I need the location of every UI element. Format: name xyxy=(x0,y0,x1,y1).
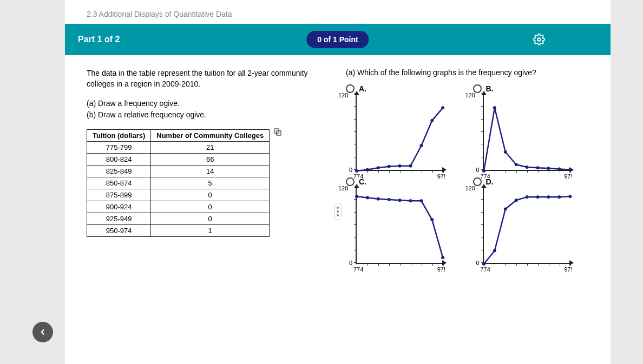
x-min-label: 774 xyxy=(353,266,363,273)
cell-range: 900-924 xyxy=(87,201,151,213)
y-min-label: 0 xyxy=(476,167,480,173)
mini-chart-d: 120077497! xyxy=(483,188,569,264)
cell-count: 0 xyxy=(151,189,270,201)
svg-point-26 xyxy=(409,199,412,202)
question-banner: Part 1 of 2 0 of 1 Point xyxy=(65,24,611,55)
svg-point-31 xyxy=(493,249,496,253)
svg-point-34 xyxy=(525,195,528,198)
section-title: 2.3 Additional Displays of Quantitative … xyxy=(65,0,611,24)
svg-point-27 xyxy=(419,199,423,202)
y-min-label: 0 xyxy=(349,167,352,173)
gear-icon[interactable] xyxy=(533,33,546,46)
svg-point-28 xyxy=(430,218,434,221)
table-row: 875-8990 xyxy=(87,189,270,201)
svg-point-24 xyxy=(388,198,391,201)
table-row: 925-9490 xyxy=(87,213,270,225)
cell-range: 825-849 xyxy=(87,166,151,177)
svg-point-37 xyxy=(557,195,561,198)
x-max-label: 97! xyxy=(437,266,445,273)
content: The data in the table represent the tuit… xyxy=(65,55,611,360)
subpart-b: (b) Draw a relative frequency ogive. xyxy=(87,109,330,121)
svg-point-14 xyxy=(503,150,507,154)
cell-count: 0 xyxy=(151,213,270,225)
y-min-label: 0 xyxy=(476,260,480,266)
table-row: 950-9741 xyxy=(87,225,270,237)
svg-point-8 xyxy=(409,164,412,168)
page: 2.3 Additional Displays of Quantitative … xyxy=(65,0,611,364)
table-row: 775-79921 xyxy=(87,142,270,154)
option-label: A. xyxy=(359,84,366,93)
svg-point-9 xyxy=(419,144,423,147)
x-max-label: 97! xyxy=(564,266,572,273)
cell-range: 925-949 xyxy=(87,213,151,225)
svg-point-25 xyxy=(398,198,402,202)
panel-drag-handle[interactable] xyxy=(334,203,342,220)
cell-range: 775-799 xyxy=(87,142,151,154)
svg-point-20 xyxy=(568,168,572,171)
y-min-label: 0 xyxy=(349,260,352,266)
cell-count: 66 xyxy=(151,154,270,166)
option-d: D.120077497! xyxy=(473,177,589,264)
y-max-label: 120 xyxy=(338,92,348,98)
mini-chart-c: 120077497! xyxy=(356,188,442,264)
option-b: B.120077497! xyxy=(473,84,589,171)
mini-chart-b: 120077497! xyxy=(483,95,569,171)
svg-point-13 xyxy=(493,106,496,109)
cell-count: 5 xyxy=(151,177,270,189)
y-max-label: 120 xyxy=(465,92,475,98)
option-label: D. xyxy=(486,177,494,186)
svg-point-18 xyxy=(547,167,550,170)
cell-range: 950-974 xyxy=(87,225,151,237)
cell-count: 0 xyxy=(151,201,270,213)
table-row: 825-84914 xyxy=(87,166,270,177)
question-text: (a) Which of the following graphs is the… xyxy=(346,68,589,77)
copy-icon[interactable] xyxy=(273,127,283,137)
subparts: (a) Draw a frequency ogive. (b) Draw a r… xyxy=(87,98,330,121)
col-header-tuition: Tuition (dollars) xyxy=(87,130,151,142)
cell-range: 850-874 xyxy=(87,177,151,189)
y-max-label: 120 xyxy=(465,185,475,191)
mini-chart-a: 120077497! xyxy=(356,95,442,171)
option-c: C.120077497! xyxy=(346,177,462,264)
svg-point-32 xyxy=(503,208,507,211)
svg-point-16 xyxy=(525,166,528,169)
svg-point-21 xyxy=(355,195,358,198)
cell-count: 14 xyxy=(151,166,270,177)
svg-point-35 xyxy=(536,195,539,198)
options-grid: A.120077497!B.120077497!C.120077497!D.12… xyxy=(346,84,589,264)
right-panel: (a) Which of the following graphs is the… xyxy=(346,68,589,354)
svg-point-4 xyxy=(366,168,369,171)
svg-point-6 xyxy=(388,165,391,168)
subpart-a: (a) Draw a frequency ogive. xyxy=(87,98,330,109)
cell-count: 1 xyxy=(151,225,270,237)
option-label: B. xyxy=(486,84,494,93)
svg-point-5 xyxy=(377,166,380,169)
option-label: C. xyxy=(359,177,366,186)
svg-point-30 xyxy=(482,262,485,266)
option-a: A.120077497! xyxy=(346,84,462,171)
y-max-label: 120 xyxy=(338,185,348,191)
svg-point-12 xyxy=(482,169,485,173)
cell-range: 800-824 xyxy=(87,154,151,166)
x-min-label: 774 xyxy=(481,266,490,273)
table-row: 900-9240 xyxy=(87,201,270,213)
data-table: Tuition (dollars) Number of Community Co… xyxy=(87,129,270,237)
table-row: 800-82466 xyxy=(87,154,270,166)
svg-point-7 xyxy=(398,164,402,168)
table-row: 850-8745 xyxy=(87,177,270,189)
svg-point-17 xyxy=(536,166,539,169)
svg-point-38 xyxy=(568,195,572,198)
part-label: Part 1 of 2 xyxy=(78,35,120,44)
svg-point-0 xyxy=(537,38,541,41)
intro-text: The data in the table represent the tuit… xyxy=(87,68,330,89)
svg-point-33 xyxy=(514,198,517,202)
svg-point-29 xyxy=(441,256,444,259)
svg-point-3 xyxy=(355,169,358,173)
svg-point-22 xyxy=(366,196,369,200)
back-button[interactable] xyxy=(32,322,53,342)
points-pill: 0 of 1 Point xyxy=(306,31,369,48)
svg-point-36 xyxy=(547,195,550,198)
svg-point-19 xyxy=(557,168,561,171)
cell-range: 875-899 xyxy=(87,189,151,201)
cell-count: 21 xyxy=(151,142,270,154)
